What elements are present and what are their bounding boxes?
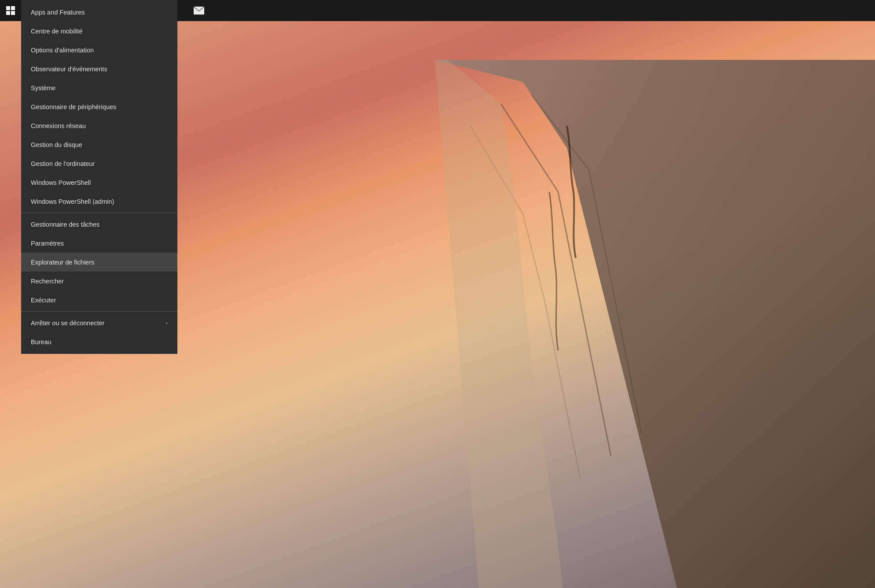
menu-separator [21, 311, 177, 312]
menu-item-systeme[interactable]: Système [21, 78, 177, 97]
menu-item-label-gestion-ordinateur: Gestion de l'ordinateur [31, 160, 95, 167]
menu-item-label-gestionnaire-peripheriques: Gestionnaire de périphériques [31, 103, 116, 110]
menu-item-label-systeme: Système [31, 85, 55, 92]
menu-item-apps-features[interactable]: Apps and Features [21, 3, 177, 22]
menu-item-powershell[interactable]: Windows PowerShell [21, 173, 177, 192]
menu-item-powershell-admin[interactable]: Windows PowerShell (admin) [21, 192, 177, 211]
menu-item-label-explorateur-fichiers: Explorateur de fichiers [31, 259, 94, 266]
menu-item-arreter-deconnecter[interactable]: Arrêter ou se déconnecter› [21, 313, 177, 332]
menu-item-label-arreter-deconnecter: Arrêter ou se déconnecter [31, 320, 105, 327]
menu-item-bureau[interactable]: Bureau [21, 332, 177, 351]
menu-item-label-bureau: Bureau [31, 338, 51, 345]
menu-item-observateur-evenements[interactable]: Observateur d'événements [21, 59, 177, 78]
menu-item-gestion-ordinateur[interactable]: Gestion de l'ordinateur [21, 154, 177, 173]
menu-item-executer[interactable]: Exécuter [21, 290, 177, 309]
menu-item-centre-mobilite[interactable]: Centre de mobilité [21, 22, 177, 40]
menu-item-gestionnaire-peripheriques[interactable]: Gestionnaire de périphériques [21, 97, 177, 116]
menu-item-label-gestionnaire-taches: Gestionnaire des tâches [31, 221, 99, 228]
menu-item-label-centre-mobilite: Centre de mobilité [31, 28, 83, 35]
submenu-arrow-icon: › [166, 320, 168, 326]
mail-icon [194, 7, 204, 15]
menu-item-connexions-reseau[interactable]: Connexions réseau [21, 116, 177, 135]
menu-item-label-observateur-evenements: Observateur d'événements [31, 66, 107, 73]
menu-item-label-powershell-admin: Windows PowerShell (admin) [31, 198, 114, 205]
menu-item-gestionnaire-taches[interactable]: Gestionnaire des tâches [21, 215, 177, 234]
menu-item-label-parametres: Paramètres [31, 240, 64, 247]
menu-item-label-rechercher: Rechercher [31, 278, 64, 285]
mail-taskbar-icon[interactable] [188, 0, 210, 21]
desktop-wallpaper-rock [347, 60, 875, 588]
menu-item-label-options-alimentation: Options d'alimentation [31, 47, 94, 54]
windows-logo-icon [6, 6, 15, 15]
menu-separator [21, 213, 177, 213]
menu-item-label-apps-features: Apps and Features [31, 9, 85, 16]
menu-item-label-gestion-disque: Gestion du disque [31, 141, 82, 148]
context-menu: Apps and FeaturesCentre de mobilitéOptio… [21, 0, 177, 354]
menu-item-rechercher[interactable]: Rechercher [21, 272, 177, 290]
menu-item-parametres[interactable]: Paramètres [21, 234, 177, 253]
menu-item-explorateur-fichiers[interactable]: Explorateur de fichiers [21, 253, 177, 272]
windows-start-button[interactable] [0, 0, 21, 21]
menu-item-label-connexions-reseau: Connexions réseau [31, 122, 86, 129]
menu-item-label-powershell: Windows PowerShell [31, 179, 91, 186]
menu-item-gestion-disque[interactable]: Gestion du disque [21, 135, 177, 154]
menu-item-options-alimentation[interactable]: Options d'alimentation [21, 40, 177, 59]
menu-item-label-executer: Exécuter [31, 297, 56, 304]
